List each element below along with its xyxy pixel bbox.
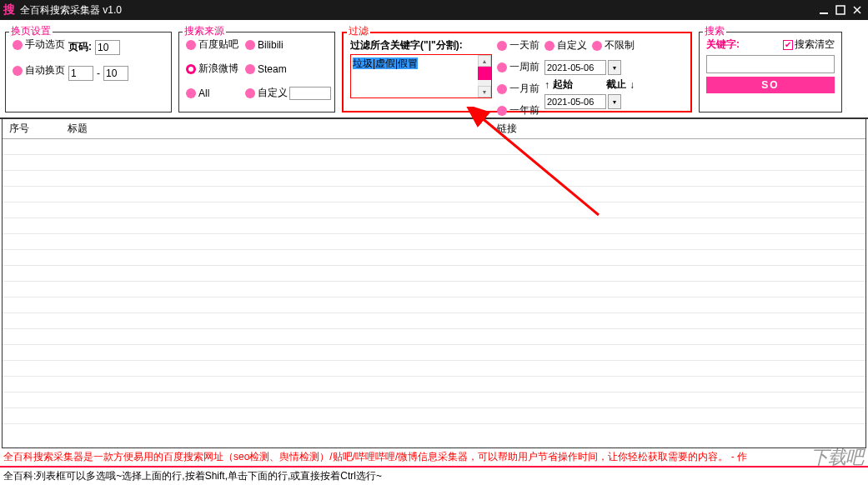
opt-label: 一年前 (509, 103, 539, 118)
date-start-input[interactable] (544, 60, 606, 75)
filter-scrollbar[interactable]: ▴ ▾ (478, 55, 491, 98)
group-title-search: 搜索 (703, 24, 726, 38)
group-search: 搜索 关键字: ✔ 搜索清空 SO (699, 32, 842, 112)
results-table[interactable]: 序号 标题 链接 (2, 118, 866, 448)
filter-keyword-label: 过滤所含关键字("|"分割): (350, 38, 492, 52)
opt-label: 一周前 (509, 60, 539, 74)
footer: 全百科搜索采集器是一款方便易用的百度搜索网址（seo检测、舆情检测）/贴吧/哔哩… (0, 448, 868, 485)
group-page-settings: 换页设置 手动选页 页码: 自动换页 - (5, 32, 172, 112)
radio-custom[interactable]: 自定义 (245, 86, 331, 100)
watermark: 下载吧 (810, 445, 863, 470)
radio-manual-label: 手动选页 (25, 38, 65, 52)
date-start-dropdown[interactable]: ▾ (608, 60, 621, 75)
radio-custom-date[interactable]: 自定义 (544, 38, 587, 52)
radio-one-year[interactable]: 一年前 (497, 103, 539, 118)
table-row[interactable] (3, 171, 865, 187)
table-row[interactable] (3, 282, 865, 298)
table-row[interactable] (3, 250, 865, 266)
clear-search-checkbox[interactable]: ✔ 搜索清空 (783, 38, 835, 52)
opt-label: 不限制 (605, 38, 635, 52)
table-row[interactable] (3, 266, 865, 282)
opt-label: 一天前 (509, 38, 539, 52)
scroll-up-icon[interactable]: ▴ (478, 55, 491, 67)
page-to-input[interactable] (103, 66, 128, 81)
titlebar: 搜 全百科搜索采集器 v1.0 (0, 0, 868, 20)
table-header: 序号 标题 链接 (3, 119, 865, 139)
toolbar: 换页设置 手动选页 页码: 自动换页 - 搜索来源 百度贴吧 Bilibili … (0, 20, 868, 119)
end-label: 截止 (606, 78, 626, 92)
group-search-source: 搜索来源 百度贴吧 Bilibili 新浪微博 Steam All 自定义 (178, 32, 335, 112)
src-label: Steam (258, 63, 287, 75)
footer-tip: 全百科:列表框可以多选哦~选择上面的行,按着Shift,单击下面的行,或直接按着… (0, 466, 868, 485)
src-label: 新浪微博 (198, 62, 238, 76)
col-index[interactable]: 序号 (3, 122, 61, 136)
minimize-button[interactable] (816, 4, 831, 16)
close-button[interactable] (850, 4, 865, 16)
table-row[interactable] (3, 218, 865, 234)
filter-keyword-box[interactable]: 垃圾|虚假|假冒 ▴ ▾ (350, 54, 492, 98)
search-button[interactable]: SO (706, 77, 835, 93)
scroll-down-icon[interactable]: ▾ (478, 86, 491, 98)
arrow-down-end-icon: ↓ (630, 79, 635, 91)
opt-label: 自定义 (557, 38, 587, 52)
group-filter: 过滤 过滤所含关键字("|"分割): 垃圾|虚假|假冒 ▴ ▾ 一天前 一周前 … (342, 32, 692, 112)
clear-search-label: 搜索清空 (795, 38, 835, 52)
radio-weibo[interactable]: 新浪微博 (186, 62, 238, 76)
table-row[interactable] (3, 202, 865, 218)
radio-manual-page[interactable]: 手动选页 (13, 38, 65, 52)
page-number-label: 页码: (68, 40, 92, 54)
checkbox-icon: ✔ (783, 40, 793, 50)
src-label: All (198, 88, 209, 99)
arrow-up-start-icon: ↑ (544, 79, 549, 91)
scroll-track (478, 80, 491, 86)
radio-bilibili[interactable]: Bilibili (245, 39, 331, 51)
filter-keyword-text: 垃圾|虚假|假冒 (353, 58, 418, 69)
date-end-input[interactable] (544, 94, 606, 109)
start-label: 起始 (553, 78, 573, 92)
table-row[interactable] (3, 392, 865, 408)
src-label: 百度贴吧 (198, 38, 238, 52)
page-number-input[interactable] (95, 40, 120, 55)
date-end-dropdown[interactable]: ▾ (608, 94, 621, 109)
col-link[interactable]: 链接 (490, 122, 865, 136)
table-row[interactable] (3, 155, 865, 171)
keyword-input[interactable] (706, 55, 835, 73)
table-row[interactable] (3, 408, 865, 424)
opt-label: 一月前 (509, 82, 539, 96)
svg-rect-1 (836, 6, 845, 14)
radio-all[interactable]: All (186, 88, 238, 99)
group-title-source: 搜索来源 (183, 24, 226, 38)
keyword-label: 关键字: (706, 38, 740, 52)
page-dash: - (97, 68, 100, 79)
src-label: Bilibili (258, 39, 283, 51)
radio-auto-page[interactable]: 自动换页 (13, 63, 65, 78)
page-from-input[interactable] (68, 66, 93, 81)
scroll-thumb[interactable] (478, 67, 491, 80)
table-row[interactable] (3, 187, 865, 202)
col-title[interactable]: 标题 (61, 122, 490, 136)
radio-one-week[interactable]: 一周前 (497, 60, 539, 74)
radio-auto-label: 自动换页 (25, 63, 65, 78)
svg-rect-0 (820, 12, 828, 14)
table-row[interactable] (3, 361, 865, 377)
radio-unlimited[interactable]: 不限制 (592, 38, 635, 52)
group-title-page: 换页设置 (9, 24, 53, 38)
table-row[interactable] (3, 139, 865, 155)
radio-steam[interactable]: Steam (245, 63, 331, 75)
table-row[interactable] (3, 345, 865, 361)
window-title: 全百科搜索采集器 v1.0 (20, 3, 815, 18)
table-row[interactable] (3, 377, 865, 392)
table-row[interactable] (3, 313, 865, 329)
table-row[interactable] (3, 329, 865, 345)
app-logo: 搜 (3, 2, 15, 18)
table-row[interactable] (3, 234, 865, 250)
table-row[interactable] (3, 298, 865, 313)
src-label: 自定义 (258, 86, 288, 100)
radio-one-month[interactable]: 一月前 (497, 82, 539, 96)
group-title-filter: 过滤 (347, 24, 370, 38)
custom-source-input[interactable] (289, 87, 331, 100)
radio-one-day[interactable]: 一天前 (497, 38, 539, 52)
footer-description: 全百科搜索采集器是一款方便易用的百度搜索网址（seo检测、舆情检测）/贴吧/哔哩… (0, 448, 868, 466)
radio-baidu-tieba[interactable]: 百度贴吧 (186, 38, 238, 52)
maximize-button[interactable] (833, 4, 848, 16)
